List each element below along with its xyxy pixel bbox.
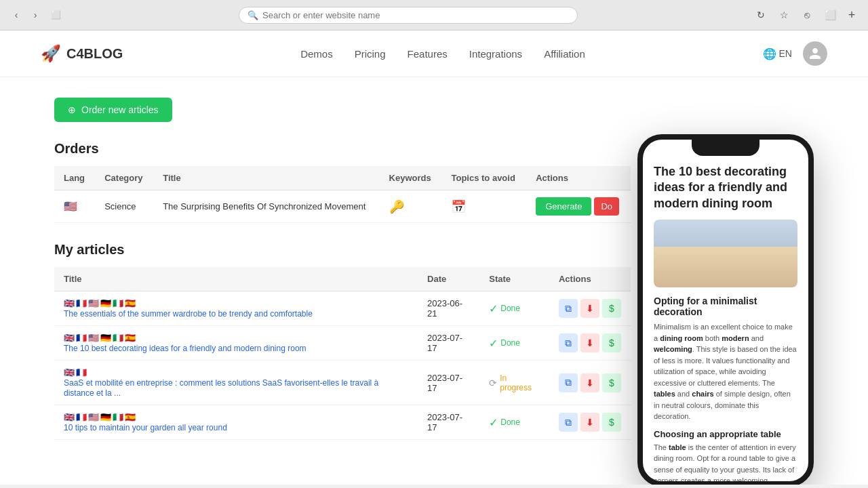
table-row: 🇬🇧🇫🇷🇺🇸🇩🇪🇮🇹🇪🇸 The 10 best decorating idea…: [54, 326, 631, 361]
forward-button[interactable]: ›: [27, 7, 43, 23]
website: 🚀 C4BLOG Demos Pricing Features Integrat…: [0, 30, 868, 485]
article-title: The essentials of the summer wardrobe to…: [64, 309, 313, 319]
nav-integrations[interactable]: Integrations: [469, 48, 522, 60]
tab-overview-button[interactable]: ⬜: [46, 7, 65, 23]
plus-circle-icon: ⊕: [68, 104, 76, 115]
col-keywords: Keywords: [380, 166, 442, 190]
phone-article-image: [654, 220, 797, 287]
new-tab-button[interactable]: +: [844, 7, 860, 23]
col-state: State: [479, 267, 549, 291]
nav-affiliation[interactable]: Affiliation: [544, 48, 585, 60]
browser-content: 🚀 C4BLOG Demos Pricing Features Integrat…: [0, 30, 868, 485]
publish-button[interactable]: $: [602, 299, 621, 318]
article-actions: ⧉ ⬇ $: [549, 361, 631, 405]
phone-mockup: The 10 best decorating ideas for a frien…: [637, 134, 814, 485]
action-icons: ⧉ ⬇ $: [559, 373, 621, 392]
nav-links: Demos Pricing Features Integrations Affi…: [300, 48, 585, 60]
nav-demos[interactable]: Demos: [300, 48, 333, 60]
flags-row: 🇬🇧🇫🇷🇺🇸🇩🇪🇮🇹🇪🇸: [64, 333, 408, 343]
copy-button[interactable]: ⧉: [559, 333, 578, 352]
orders-table-header: Lang Category Title Keywords Topics to a…: [54, 166, 631, 190]
user-icon: [808, 47, 822, 60]
status-label: Done: [500, 338, 520, 348]
table-row: 🇺🇸 Science The Surprising Benefits Of Sy…: [54, 190, 631, 223]
articles-table-header: Title Date State Actions: [54, 267, 631, 291]
browser-actions: ↻ ☆ ⎋ ⬜ +: [751, 5, 860, 24]
reload-button[interactable]: ↻: [751, 5, 770, 24]
order-lang: 🇺🇸: [54, 190, 95, 223]
flag-icon: 🇬🇧: [64, 298, 75, 308]
flag-icon: 🇩🇪: [100, 412, 111, 422]
download-button[interactable]: ⬇: [580, 333, 599, 352]
navbar: 🚀 C4BLOG Demos Pricing Features Integrat…: [0, 30, 868, 77]
address-input[interactable]: [262, 10, 569, 20]
table-row: 🇬🇧🇫🇷🇺🇸🇩🇪🇮🇹🇪🇸 The essentials of the summe…: [54, 291, 631, 326]
orders-table: Lang Category Title Keywords Topics to a…: [54, 166, 631, 223]
generate-button[interactable]: Generate: [536, 197, 591, 216]
user-avatar[interactable]: [803, 41, 827, 66]
nav-pricing[interactable]: Pricing: [355, 48, 386, 60]
phone-section2-text: The table is the center of attention in …: [654, 442, 797, 481]
calendar-icon[interactable]: 📅: [451, 200, 466, 214]
publish-button[interactable]: $: [602, 413, 621, 432]
nav-features[interactable]: Features: [408, 48, 448, 60]
globe-icon: 🌐: [763, 47, 776, 60]
flag-icon: 🇫🇷: [76, 298, 87, 308]
browser-nav-buttons: ‹ › ⬜: [8, 7, 65, 23]
flag-icon: 🇩🇪: [100, 333, 111, 343]
col-actions: Actions: [526, 166, 631, 190]
article-date: 2023-06-21: [418, 291, 479, 326]
bookmark-button[interactable]: ☆: [774, 5, 793, 24]
copy-button[interactable]: ⧉: [559, 299, 578, 318]
order-new-articles-button[interactable]: ⊕ Order new articles: [54, 98, 172, 122]
phone-notch: [692, 140, 760, 156]
flag-icon: 🇺🇸: [88, 298, 99, 308]
key-icon[interactable]: 🔑: [389, 200, 404, 214]
article-state: ✓Done: [479, 291, 549, 326]
logo-icon: 🚀: [41, 44, 61, 63]
flag-icon: 🇪🇸: [125, 298, 136, 308]
download-button[interactable]: ⬇: [580, 299, 599, 318]
article-title: SaaS et mobilité en entreprise : comment…: [64, 378, 378, 398]
article-actions: ⧉ ⬇ $: [549, 291, 631, 326]
article-state: ⟳In progress: [479, 361, 549, 405]
lang-label: EN: [779, 48, 792, 59]
article-title-cell: 🇬🇧🇫🇷🇺🇸🇩🇪🇮🇹🇪🇸 The 10 best decorating idea…: [54, 326, 418, 361]
articles-table: Title Date State Actions 🇬🇧🇫🇷🇺🇸🇩🇪🇮🇹🇪🇸 Th…: [54, 267, 631, 440]
article-title-cell: 🇬🇧🇫🇷🇺🇸🇩🇪🇮🇹🇪🇸 10 tips to maintain your ga…: [54, 405, 418, 440]
download-button[interactable]: ⬇: [580, 373, 599, 392]
extensions-button[interactable]: ⬜: [821, 5, 840, 24]
status-label: Done: [500, 304, 520, 313]
flags-row: 🇬🇧🇫🇷🇺🇸🇩🇪🇮🇹🇪🇸: [64, 412, 408, 422]
language-button[interactable]: 🌐 EN: [763, 47, 792, 60]
copy-button[interactable]: ⧉: [559, 413, 578, 432]
download-button[interactable]: ⬇: [580, 413, 599, 432]
copy-button[interactable]: ⧉: [559, 373, 578, 392]
order-category: Science: [95, 190, 153, 223]
col-article-title: Title: [54, 267, 418, 291]
action-icons: ⧉ ⬇ $: [559, 413, 621, 432]
flag-icon: 🇫🇷: [76, 412, 87, 422]
col-title: Title: [153, 166, 379, 190]
main-content: ⊕ Order new articles Orders Lang Categor…: [0, 77, 868, 460]
back-button[interactable]: ‹: [8, 7, 24, 23]
status-label: In progress: [500, 373, 540, 392]
flag-icon: 🇮🇹: [113, 412, 123, 422]
col-topics: Topics to avoid: [441, 166, 526, 190]
order-topics: 📅: [441, 190, 526, 223]
phone-article-title: The 10 best decorating ideas for a frien…: [654, 164, 797, 211]
flag-icon: 🇫🇷: [76, 367, 87, 378]
flag-icon: 🇫🇷: [76, 333, 87, 343]
publish-button[interactable]: $: [602, 373, 621, 392]
delete-button[interactable]: Do: [594, 197, 619, 216]
publish-button[interactable]: $: [602, 333, 621, 352]
flag-icon: 🇪🇸: [125, 412, 136, 422]
action-icons: ⧉ ⬇ $: [559, 299, 621, 318]
article-state: ✓Done: [479, 405, 549, 440]
content-wrapper: Orders Lang Category Title Keywords Topi…: [54, 141, 814, 440]
external-button[interactable]: ⎋: [797, 5, 816, 24]
flag-icon: 🇪🇸: [125, 333, 136, 343]
browser-chrome: ‹ › ⬜ 🔍 ↻ ☆ ⎋ ⬜ +: [0, 0, 868, 30]
article-state: ✓Done: [479, 326, 549, 361]
phone-section1-title: Opting for a minimalist decoration: [654, 296, 797, 317]
